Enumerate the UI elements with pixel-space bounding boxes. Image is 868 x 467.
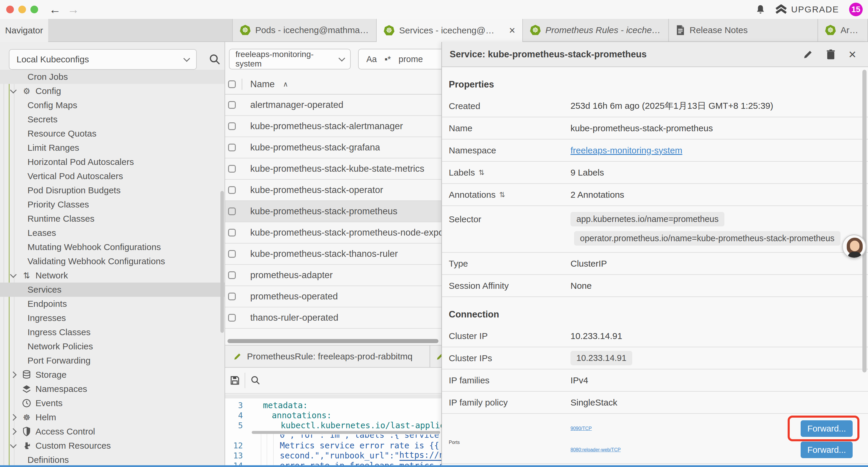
forward-button[interactable]: Forward... bbox=[801, 420, 852, 437]
row-checkbox[interactable] bbox=[228, 101, 236, 109]
chevron-down-icon[interactable] bbox=[10, 90, 17, 92]
kubeconfig-select[interactable]: Local Kubeconfigs bbox=[9, 49, 197, 70]
back-button[interactable]: ← bbox=[49, 2, 61, 17]
chevron-down-icon[interactable] bbox=[10, 444, 17, 447]
property-value[interactable]: 9 Labels bbox=[570, 168, 868, 178]
namespace-select[interactable]: freeleaps-monitoring-system bbox=[229, 49, 351, 69]
sidebar-item-horizontal-pod-autoscalers[interactable]: Horizontal Pod Autoscalers bbox=[0, 155, 224, 169]
sidebar-item-priority-classes[interactable]: Priority Classes bbox=[0, 198, 224, 212]
table-row[interactable]: prometheus-operated bbox=[225, 286, 441, 308]
chevron-right-icon[interactable] bbox=[10, 372, 17, 377]
chevron-right-icon[interactable] bbox=[10, 429, 17, 434]
sort-ascending-icon[interactable]: ∧ bbox=[283, 80, 288, 88]
sidebar-item-network-policies[interactable]: Network Policies bbox=[0, 339, 224, 353]
notification-count-badge[interactable]: 15 bbox=[849, 3, 863, 16]
port-link[interactable]: 9090/TCP bbox=[570, 426, 592, 431]
tab-pods[interactable]: ☸ Pods - icecheng@mathmas... bbox=[232, 19, 377, 41]
tab-argo[interactable]: ☸ Argo Se bbox=[818, 19, 868, 41]
port-link[interactable]: 8080:reloader-web/TCP bbox=[570, 447, 621, 453]
row-checkbox[interactable] bbox=[228, 144, 236, 151]
sidebar-item-storage[interactable]: Storage bbox=[0, 368, 224, 382]
sidebar-item-endpoints[interactable]: Endpoints bbox=[0, 297, 224, 311]
match-case-icon[interactable]: Aa bbox=[366, 54, 377, 64]
sidebar-item-limit-ranges[interactable]: Limit Ranges bbox=[0, 141, 224, 155]
notifications-bell-icon[interactable] bbox=[756, 4, 765, 14]
details-scrollbar[interactable] bbox=[862, 70, 867, 372]
expand-sort-icon[interactable]: ⇅ bbox=[478, 169, 484, 177]
sidebar-item-events[interactable]: Events bbox=[0, 396, 224, 410]
table-row[interactable]: kube-prometheus-stack-thanos-ruler bbox=[225, 243, 441, 265]
sidebar-item-validating-webhook-configurations[interactable]: Validating Webhook Configurations bbox=[0, 254, 224, 268]
sidebar-item-namespaces[interactable]: Namespaces bbox=[0, 382, 224, 396]
editor-tab-partial[interactable] bbox=[430, 346, 441, 367]
row-checkbox[interactable] bbox=[228, 314, 236, 322]
close-icon[interactable]: × bbox=[848, 48, 856, 61]
regex-icon[interactable]: ▪* bbox=[384, 54, 391, 64]
window-minimize-light[interactable] bbox=[18, 6, 26, 13]
edit-pencil-icon[interactable] bbox=[803, 49, 813, 59]
namespace-link[interactable]: freeleaps-monitoring-system bbox=[570, 145, 682, 155]
editor-search-icon[interactable] bbox=[250, 375, 261, 386]
row-checkbox[interactable] bbox=[228, 207, 236, 215]
forward-button[interactable]: Forward... bbox=[801, 442, 852, 458]
sidebar-item-definitions[interactable]: Definitions bbox=[0, 453, 224, 465]
column-header-name[interactable]: Name bbox=[250, 79, 275, 90]
sidebar-item-leases[interactable]: Leases bbox=[0, 226, 224, 240]
sidebar-item-services[interactable]: Services bbox=[0, 283, 224, 297]
code-link[interactable]: https://net bbox=[399, 450, 441, 461]
row-checkbox[interactable] bbox=[228, 271, 236, 279]
forward-button[interactable]: → bbox=[67, 2, 79, 17]
sidebar-item-ingresses[interactable]: Ingresses bbox=[0, 311, 224, 325]
window-close-light[interactable] bbox=[6, 6, 14, 13]
sidebar-item-access-control[interactable]: Access Control bbox=[0, 425, 224, 439]
sidebar-item-helm[interactable]: ☸ Helm bbox=[0, 410, 224, 425]
row-checkbox[interactable] bbox=[228, 186, 236, 194]
table-row[interactable]: kube-prometheus-stack-alertmanager bbox=[225, 116, 441, 137]
tab-services[interactable]: ☸ Services - icecheng@math... × bbox=[377, 19, 523, 42]
sidebar-item-ingress-classes[interactable]: Ingress Classes bbox=[0, 325, 224, 339]
sidebar-item-mutating-webhook-configurations[interactable]: Mutating Webhook Configurations bbox=[0, 240, 224, 254]
save-icon[interactable] bbox=[229, 375, 241, 386]
table-row[interactable]: kube-prometheus-stack-prometheus-node-ex… bbox=[225, 222, 441, 243]
sidebar-item-vertical-pod-autoscalers[interactable]: Vertical Pod Autoscalers bbox=[0, 169, 224, 183]
sidebar-item-custom-resources[interactable]: Custom Resources bbox=[0, 439, 224, 453]
row-checkbox[interactable] bbox=[228, 293, 236, 300]
tab-release-notes[interactable]: Release Notes bbox=[669, 19, 818, 41]
sidebar-item-config-maps[interactable]: Config Maps bbox=[0, 98, 224, 112]
chevron-down-icon[interactable] bbox=[10, 274, 17, 277]
delete-trash-icon[interactable] bbox=[826, 49, 836, 60]
row-checkbox[interactable] bbox=[228, 229, 236, 236]
table-row[interactable]: kube-prometheus-stack-operator bbox=[225, 180, 441, 201]
sidebar-item-secrets[interactable]: Secrets bbox=[0, 112, 224, 126]
upgrade-button[interactable]: UPGRADE bbox=[775, 4, 839, 14]
yaml-editor[interactable]: 3 metadata: 4 annotations: 5 kubectl.kub… bbox=[225, 399, 441, 465]
table-row[interactable]: thanos-ruler-operated bbox=[225, 308, 441, 329]
navigator-panel-tab[interactable]: Navigator bbox=[0, 19, 48, 42]
property-value[interactable]: 2 Annotations bbox=[570, 190, 868, 200]
table-row[interactable]: kube-prometheus-stack-grafana bbox=[225, 137, 441, 158]
table-row[interactable]: kube-prometheus-stack-kube-state-metrics bbox=[225, 158, 441, 180]
row-checkbox[interactable] bbox=[228, 250, 236, 258]
row-checkbox[interactable] bbox=[228, 165, 236, 173]
tab-prometheus-rules[interactable]: ☸ Prometheus Rules - icecheng... bbox=[523, 19, 669, 41]
sidebar-item-resource-quotas[interactable]: Resource Quotas bbox=[0, 126, 224, 141]
table-row-selected[interactable]: kube-prometheus-stack-prometheus bbox=[225, 201, 441, 222]
table-row[interactable]: alertmanager-operated bbox=[225, 95, 441, 116]
tab-close-icon[interactable]: × bbox=[509, 24, 515, 37]
user-avatar[interactable] bbox=[842, 234, 866, 259]
expand-sort-icon[interactable]: ⇅ bbox=[499, 191, 505, 199]
select-all-checkbox[interactable] bbox=[228, 80, 236, 88]
navigator-search-icon[interactable] bbox=[209, 53, 221, 66]
sidebar-item-port-forwarding[interactable]: Port Forwarding bbox=[0, 353, 224, 368]
resource-search-input[interactable]: Aa ▪* prome bbox=[358, 49, 441, 69]
sidebar-item-runtime-classes[interactable]: Runtime Classes bbox=[0, 212, 224, 226]
sidebar-item-pod-disruption-budgets[interactable]: Pod Disruption Budgets bbox=[0, 183, 224, 198]
sidebar-item-network[interactable]: ⇅ Network bbox=[0, 268, 224, 283]
chevron-right-icon[interactable] bbox=[10, 415, 17, 420]
window-zoom-light[interactable] bbox=[30, 6, 38, 13]
table-horizontal-scrollbar[interactable] bbox=[225, 339, 441, 343]
table-row[interactable]: prometheus-adapter bbox=[225, 265, 441, 286]
sidebar-scrollbar[interactable] bbox=[220, 191, 224, 333]
sidebar-item-cron-jobs[interactable]: Cron Jobs bbox=[0, 70, 224, 84]
sidebar-item-config[interactable]: ⚙ Config bbox=[0, 84, 224, 98]
